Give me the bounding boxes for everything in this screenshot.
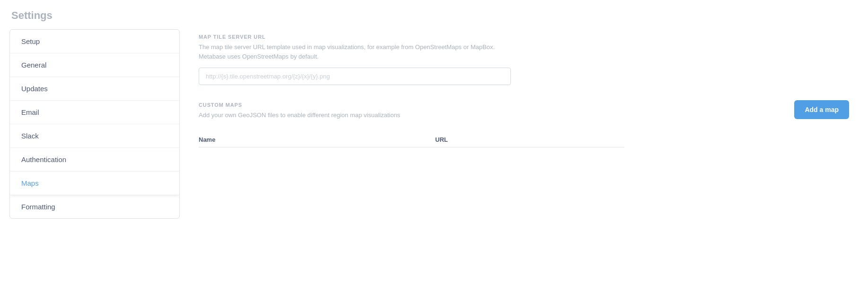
map-tile-server-section: MAP TILE SERVER URL The map tile server … xyxy=(199,34,849,85)
custom-maps-table-header: Name URL xyxy=(199,131,624,147)
sidebar-item-label-setup: Setup xyxy=(21,37,40,45)
sidebar-item-email[interactable]: Email xyxy=(10,101,179,124)
sidebar-item-setup[interactable]: Setup xyxy=(10,30,179,53)
sidebar-item-general[interactable]: General xyxy=(10,53,179,77)
sidebar-item-formatting[interactable]: Formatting xyxy=(10,195,179,218)
sidebar: SetupGeneralUpdatesEmailSlackAuthenticat… xyxy=(9,29,180,219)
custom-maps-title: CUSTOM MAPS xyxy=(199,102,785,108)
table-col-name-header: Name xyxy=(199,136,435,143)
sidebar-item-label-authentication: Authentication xyxy=(21,155,66,164)
map-tile-server-title: MAP TILE SERVER URL xyxy=(199,34,849,40)
add-map-button[interactable]: Add a map xyxy=(794,100,849,119)
sidebar-item-label-general: General xyxy=(21,61,46,69)
sidebar-item-updates[interactable]: Updates xyxy=(10,77,179,101)
main-content: MAP TILE SERVER URL The map tile server … xyxy=(180,29,868,219)
sidebar-item-label-maps: Maps xyxy=(21,179,39,187)
map-tile-server-input[interactable] xyxy=(199,68,511,85)
table-col-url-header: URL xyxy=(435,136,624,143)
sidebar-item-label-slack: Slack xyxy=(21,132,39,140)
map-tile-server-description: The map tile server URL template used in… xyxy=(199,43,549,61)
sidebar-item-authentication[interactable]: Authentication xyxy=(10,148,179,172)
content-area: SetupGeneralUpdatesEmailSlackAuthenticat… xyxy=(9,29,868,219)
sidebar-item-label-formatting: Formatting xyxy=(21,203,55,211)
sidebar-item-label-updates: Updates xyxy=(21,85,48,93)
custom-maps-description: Add your own GeoJSON files to enable dif… xyxy=(199,111,549,120)
custom-maps-text: CUSTOM MAPS Add your own GeoJSON files t… xyxy=(199,102,785,127)
sidebar-item-label-email: Email xyxy=(21,108,39,116)
custom-maps-header: CUSTOM MAPS Add your own GeoJSON files t… xyxy=(199,102,849,127)
custom-maps-section: CUSTOM MAPS Add your own GeoJSON files t… xyxy=(199,102,849,147)
page-title: Settings xyxy=(9,9,868,22)
page-container: Settings SetupGeneralUpdatesEmailSlackAu… xyxy=(0,0,868,284)
sidebar-item-slack[interactable]: Slack xyxy=(10,124,179,148)
sidebar-item-maps[interactable]: Maps xyxy=(10,172,179,195)
